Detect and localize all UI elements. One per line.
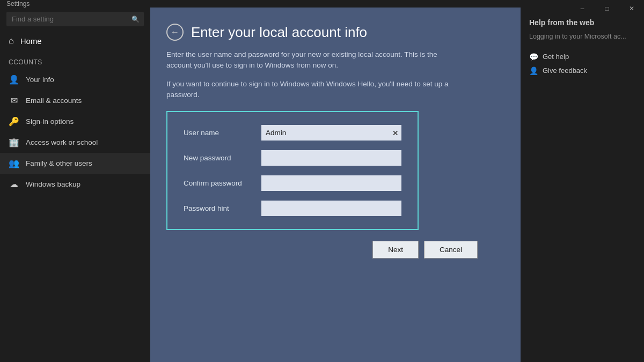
get-help-icon: 💬 [529, 53, 538, 61]
sidebar-item-your-info[interactable]: 👤 Your info [0, 69, 150, 90]
signin-icon: 🔑 [9, 116, 19, 127]
home-icon: ⌂ [9, 36, 14, 46]
sidebar-section-label: ccounts [0, 51, 150, 69]
back-button[interactable]: ← [166, 24, 184, 41]
content-row: 🔍 ⌂ Home ccounts 👤 Your info ✉ Email & a… [0, 8, 644, 362]
sidebar-home-label: Home [20, 36, 42, 46]
sidebar-item-label: Email & accounts [26, 97, 82, 105]
sidebar-item-sign-in[interactable]: 🔑 Sign-in options [0, 111, 150, 132]
sidebar-item-label: Family & other users [26, 159, 92, 167]
sidebar-item-label: Your info [26, 76, 54, 84]
sidebar: 🔍 ⌂ Home ccounts 👤 Your info ✉ Email & a… [0, 8, 150, 362]
dialog-container: ← Enter your local account info Enter th… [150, 8, 521, 362]
page-wrapper: Settings – □ ✕ 🔍 ⌂ Home ccounts 👤 Your i… [0, 0, 644, 362]
close-button[interactable]: ✕ [619, 0, 644, 17]
confirm-password-label: Confirm password [184, 179, 261, 187]
email-icon: ✉ [9, 95, 19, 106]
get-help-label: Get help [543, 53, 569, 61]
give-feedback-icon: 👤 [529, 67, 538, 75]
sidebar-item-access-work[interactable]: 🏢 Access work or school [0, 132, 150, 153]
password-hint-label: Password hint [184, 204, 261, 212]
main-content: ← Enter your local account info Enter th… [150, 8, 521, 362]
new-password-input-wrapper [261, 150, 401, 166]
search-bar[interactable]: 🔍 [6, 12, 144, 26]
sidebar-home[interactable]: ⌂ Home [0, 31, 150, 51]
sidebar-item-email-accounts[interactable]: ✉ Email & accounts [0, 90, 150, 111]
confirm-password-input[interactable] [261, 175, 401, 191]
right-panel-title: Help from the web [529, 18, 635, 27]
dialog-header: ← Enter your local account info [166, 24, 499, 41]
maximize-button[interactable]: □ [595, 0, 619, 17]
minimize-button[interactable]: – [570, 0, 595, 17]
sidebar-item-label: Windows backup [26, 180, 80, 188]
dialog-title: Enter your local account info [191, 24, 367, 41]
family-icon: 👥 [9, 158, 19, 168]
search-icon: 🔍 [131, 16, 140, 23]
form-row-confirm-password: Confirm password [184, 175, 401, 191]
work-icon: 🏢 [9, 137, 19, 147]
cancel-button[interactable]: Cancel [424, 241, 478, 258]
title-bar: Settings – □ ✕ [0, 0, 644, 8]
give-feedback-label: Give feedback [543, 67, 587, 75]
get-help-link[interactable]: 💬 Get help [529, 53, 635, 61]
form-box: User name ✕ New password [166, 111, 419, 230]
backup-icon: ☁ [9, 179, 19, 189]
your-info-icon: 👤 [9, 75, 19, 85]
form-row-password-hint: Password hint [184, 201, 401, 216]
sidebar-item-label: Sign-in options [26, 117, 74, 125]
password-hint-input-wrapper [261, 201, 401, 216]
give-feedback-link[interactable]: 👤 Give feedback [529, 67, 635, 75]
right-panel: Help from the web Logging in to your Mic… [521, 8, 644, 362]
dialog-description-1: Enter the user name and password for you… [166, 49, 456, 71]
sidebar-item-label: Access work or school [26, 138, 98, 146]
sidebar-item-windows-backup[interactable]: ☁ Windows backup [0, 174, 150, 195]
new-password-input[interactable] [261, 150, 401, 166]
confirm-password-input-wrapper [261, 175, 401, 191]
right-panel-text: Logging in to your Microsoft ac... [529, 32, 635, 42]
window-controls: – □ ✕ [570, 0, 644, 17]
username-input-wrapper: ✕ [261, 125, 401, 141]
app-title: Settings [0, 0, 30, 8]
dialog-description-2: If you want to continue to sign in to Wi… [166, 79, 456, 101]
username-label: User name [184, 129, 261, 137]
dialog-footer: Next Cancel [166, 230, 499, 269]
form-row-username: User name ✕ [184, 125, 401, 141]
search-input[interactable] [6, 12, 144, 26]
password-hint-input[interactable] [261, 201, 401, 216]
form-row-new-password: New password [184, 150, 401, 166]
username-input[interactable] [261, 125, 401, 141]
next-button[interactable]: Next [372, 241, 419, 258]
clear-username-button[interactable]: ✕ [392, 129, 398, 137]
new-password-label: New password [184, 154, 261, 162]
sidebar-item-family-users[interactable]: 👥 Family & other users [0, 153, 150, 174]
